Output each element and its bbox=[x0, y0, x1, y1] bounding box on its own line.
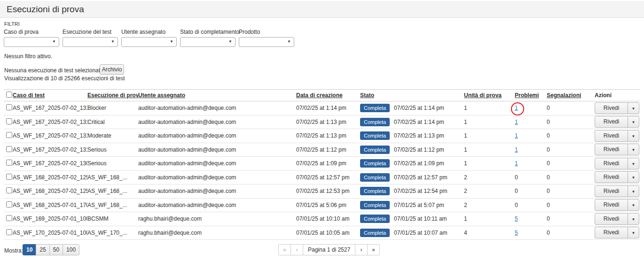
status-date: 07/02/25 at 1:13 pm bbox=[394, 132, 444, 139]
flags-cell: 0 bbox=[545, 119, 595, 125]
status-badge: Completa bbox=[360, 118, 390, 126]
filter-select-1[interactable]: ▼ bbox=[63, 37, 118, 47]
assigned-user-cell: auditor-automation-admin@deque.com bbox=[138, 105, 296, 111]
review-dropdown-toggle[interactable]: ▼ bbox=[628, 103, 639, 114]
table-header-row: Caso di test Esecuzione di prova Utente … bbox=[4, 89, 640, 101]
review-button[interactable]: Rivedi bbox=[595, 186, 628, 197]
review-split-button: Rivedi ▼ bbox=[595, 171, 639, 183]
select-all-checkbox[interactable] bbox=[6, 92, 12, 98]
review-split-button: Rivedi ▼ bbox=[595, 185, 639, 197]
sort-assigned-user[interactable]: Utente assegnato bbox=[138, 92, 185, 99]
pagination-last-button[interactable]: » bbox=[367, 244, 380, 255]
review-button[interactable]: Rivedi bbox=[595, 158, 628, 169]
sort-flags[interactable]: Segnalazioni bbox=[547, 92, 581, 99]
table-row: AS_WF_168_2025-07-02_125247 AS_WF_168_..… bbox=[4, 184, 640, 199]
table-row: AS_WF_170_2025-07-01_100437 AS_WF_170_..… bbox=[4, 226, 640, 240]
issues-count[interactable]: 1 bbox=[515, 105, 518, 111]
issues-count[interactable]: 5 bbox=[515, 230, 518, 236]
row-checkbox[interactable] bbox=[6, 146, 12, 152]
review-button[interactable]: Rivedi bbox=[595, 144, 628, 155]
caret-down-icon: ▼ bbox=[632, 190, 636, 194]
review-dropdown-toggle[interactable]: ▼ bbox=[628, 144, 639, 155]
caret-down-icon: ▼ bbox=[632, 134, 636, 138]
page-size-10-button[interactable]: 10 bbox=[23, 244, 36, 255]
assigned-user-cell: raghu.bhairi@deque.com bbox=[138, 215, 296, 222]
page-size-group: 102550100 bbox=[23, 244, 79, 255]
review-button[interactable]: Rivedi bbox=[595, 214, 628, 224]
caret-down-icon: ▼ bbox=[632, 176, 636, 180]
sort-creation-date[interactable]: Data di creazione bbox=[296, 92, 343, 99]
pagination-prev-button[interactable]: ‹ bbox=[291, 244, 303, 255]
no-filter-text: Nessun filtro attivo. bbox=[4, 53, 52, 60]
creation-date-cell: 07/02/25 at 12:53 pm bbox=[296, 188, 360, 194]
row-checkbox[interactable] bbox=[6, 104, 12, 110]
review-button[interactable]: Rivedi bbox=[595, 172, 628, 183]
row-checkbox[interactable] bbox=[6, 215, 12, 221]
pagination-first-button[interactable]: « bbox=[278, 244, 291, 255]
filter-select-0[interactable]: ▼ bbox=[4, 37, 59, 47]
review-dropdown-toggle[interactable]: ▼ bbox=[628, 172, 639, 183]
review-button[interactable]: Rivedi bbox=[595, 116, 628, 127]
test-case-cell: AS_WF_170_2025-07-01_100437 bbox=[13, 230, 87, 236]
row-checkbox[interactable] bbox=[6, 174, 12, 180]
issues-count[interactable]: 5 bbox=[515, 215, 518, 222]
page-size-25-button[interactable]: 25 bbox=[36, 244, 49, 255]
review-button[interactable]: Rivedi bbox=[595, 103, 628, 114]
filter-select-3[interactable]: ▼ bbox=[180, 37, 236, 47]
issues-count[interactable]: 1 bbox=[515, 119, 518, 125]
issues-count[interactable]: 1 bbox=[515, 160, 518, 167]
review-split-button: Rivedi ▼ bbox=[595, 158, 639, 169]
sort-issues[interactable]: Problemi bbox=[515, 92, 539, 99]
table-row: AS_WF_168_2025-07-02_125608 AS_WF_168_..… bbox=[4, 171, 640, 185]
review-button[interactable]: Rivedi bbox=[595, 227, 628, 238]
archive-button[interactable]: Archivio bbox=[100, 64, 124, 75]
review-dropdown-toggle[interactable]: ▼ bbox=[628, 130, 639, 141]
table-row: AS_WF_167_2025-07-02_131142 Serious audi… bbox=[4, 143, 640, 157]
table-row: AS_WF_167_2025-07-02_131142 Critical aud… bbox=[4, 115, 640, 130]
creation-date-cell: 07/01/25 at 5:06 pm bbox=[296, 202, 360, 208]
sort-test-units[interactable]: Unità di prova bbox=[464, 92, 502, 99]
page-size-100-button[interactable]: 100 bbox=[63, 244, 79, 255]
test-units-cell: 1 bbox=[463, 160, 512, 167]
test-units-cell: 1 bbox=[463, 146, 512, 153]
issues-count[interactable]: 1 bbox=[515, 132, 518, 139]
sort-test-case[interactable]: Caso di test bbox=[13, 92, 45, 99]
review-split-button: Rivedi ▼ bbox=[595, 102, 639, 114]
caret-down-icon: ▼ bbox=[228, 39, 232, 44]
pagination-next-button[interactable]: › bbox=[355, 244, 368, 255]
status-date: 07/01/25 at 10:07 am bbox=[394, 230, 447, 236]
review-button[interactable]: Rivedi bbox=[595, 200, 628, 210]
review-dropdown-toggle[interactable]: ▼ bbox=[628, 227, 639, 238]
status-cell: Completa 07/02/25 at 1:14 pm bbox=[360, 104, 463, 112]
row-checkbox[interactable] bbox=[6, 160, 12, 166]
page-size-50-button[interactable]: 50 bbox=[49, 244, 63, 255]
row-checkbox[interactable] bbox=[6, 118, 12, 124]
issues-count[interactable]: 1 bbox=[515, 146, 518, 153]
sort-status[interactable]: Stato bbox=[360, 92, 374, 99]
test-executions-page: Esecuzioni di prova FILTRI Caso di prova… bbox=[0, 0, 644, 261]
row-checkbox[interactable] bbox=[6, 132, 12, 138]
review-dropdown-toggle[interactable]: ▼ bbox=[628, 214, 639, 224]
row-checkbox[interactable] bbox=[6, 201, 12, 207]
review-dropdown-toggle[interactable]: ▼ bbox=[628, 116, 639, 127]
test-case-cell: AS_WF_167_2025-07-02_131142 bbox=[13, 105, 87, 111]
test-units-cell: 1 bbox=[463, 215, 512, 222]
assigned-user-cell: auditor-automation-admin@deque.com bbox=[138, 188, 296, 194]
test-runs-table: Caso di test Esecuzione di prova Utente … bbox=[4, 89, 640, 240]
sort-test-run[interactable]: Esecuzione di prova bbox=[87, 92, 138, 99]
filter-select-2[interactable]: ▼ bbox=[121, 37, 177, 47]
status-badge: Completa bbox=[360, 201, 390, 209]
row-checkbox[interactable] bbox=[6, 229, 12, 235]
creation-date-cell: 07/01/25 at 10:10 am bbox=[296, 215, 360, 222]
review-dropdown-toggle[interactable]: ▼ bbox=[628, 200, 639, 210]
review-button[interactable]: Rivedi bbox=[595, 130, 628, 141]
creation-date-cell: 07/02/25 at 1:12 pm bbox=[296, 146, 360, 153]
status-cell: Completa 07/01/25 at 5:07 pm bbox=[360, 201, 463, 209]
filter-select-4[interactable]: ▼ bbox=[239, 37, 294, 47]
filters-heading: FILTRI bbox=[4, 21, 20, 27]
row-checkbox[interactable] bbox=[6, 187, 12, 193]
review-dropdown-toggle[interactable]: ▼ bbox=[628, 158, 639, 169]
creation-date-cell: 07/02/25 at 1:13 pm bbox=[296, 119, 360, 125]
test-run-cell: AS_WF_168_... bbox=[87, 202, 138, 208]
review-dropdown-toggle[interactable]: ▼ bbox=[628, 186, 639, 197]
